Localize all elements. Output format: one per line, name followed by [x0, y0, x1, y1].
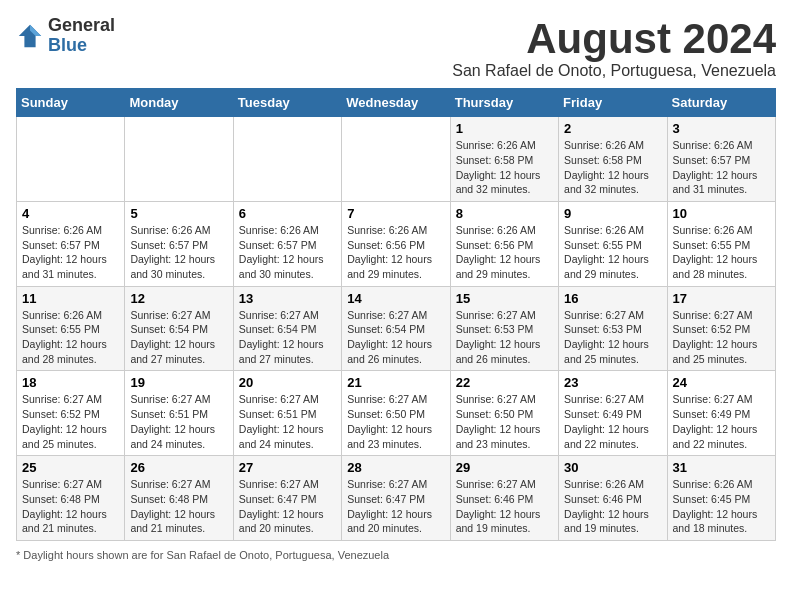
day-info: Sunrise: 6:26 AM Sunset: 6:57 PM Dayligh…: [22, 223, 119, 282]
day-number: 17: [673, 291, 770, 306]
day-number: 2: [564, 121, 661, 136]
week-row-4: 18Sunrise: 6:27 AM Sunset: 6:52 PM Dayli…: [17, 371, 776, 456]
day-cell: 30Sunrise: 6:26 AM Sunset: 6:46 PM Dayli…: [559, 456, 667, 541]
header-cell-monday: Monday: [125, 89, 233, 117]
day-cell: 16Sunrise: 6:27 AM Sunset: 6:53 PM Dayli…: [559, 286, 667, 371]
calendar-header: SundayMondayTuesdayWednesdayThursdayFrid…: [17, 89, 776, 117]
day-number: 18: [22, 375, 119, 390]
day-cell: 22Sunrise: 6:27 AM Sunset: 6:50 PM Dayli…: [450, 371, 558, 456]
day-number: 1: [456, 121, 553, 136]
day-info: Sunrise: 6:27 AM Sunset: 6:50 PM Dayligh…: [347, 392, 444, 451]
day-info: Sunrise: 6:27 AM Sunset: 6:52 PM Dayligh…: [673, 308, 770, 367]
header-cell-wednesday: Wednesday: [342, 89, 450, 117]
day-number: 25: [22, 460, 119, 475]
day-number: 19: [130, 375, 227, 390]
footer-text: Daylight hours: [23, 549, 93, 561]
day-number: 14: [347, 291, 444, 306]
week-row-3: 11Sunrise: 6:26 AM Sunset: 6:55 PM Dayli…: [17, 286, 776, 371]
day-info: Sunrise: 6:26 AM Sunset: 6:56 PM Dayligh…: [456, 223, 553, 282]
day-cell: 20Sunrise: 6:27 AM Sunset: 6:51 PM Dayli…: [233, 371, 341, 456]
day-cell: 4Sunrise: 6:26 AM Sunset: 6:57 PM Daylig…: [17, 201, 125, 286]
day-cell: 9Sunrise: 6:26 AM Sunset: 6:55 PM Daylig…: [559, 201, 667, 286]
day-info: Sunrise: 6:27 AM Sunset: 6:54 PM Dayligh…: [347, 308, 444, 367]
day-number: 7: [347, 206, 444, 221]
day-number: 16: [564, 291, 661, 306]
day-cell: [125, 117, 233, 202]
calendar-table: SundayMondayTuesdayWednesdayThursdayFrid…: [16, 88, 776, 541]
logo-text: General Blue: [48, 16, 115, 56]
day-cell: 12Sunrise: 6:27 AM Sunset: 6:54 PM Dayli…: [125, 286, 233, 371]
logo-blue: Blue: [48, 36, 115, 56]
day-number: 22: [456, 375, 553, 390]
day-info: Sunrise: 6:27 AM Sunset: 6:48 PM Dayligh…: [130, 477, 227, 536]
header-row: SundayMondayTuesdayWednesdayThursdayFrid…: [17, 89, 776, 117]
day-number: 9: [564, 206, 661, 221]
day-cell: [17, 117, 125, 202]
day-cell: 19Sunrise: 6:27 AM Sunset: 6:51 PM Dayli…: [125, 371, 233, 456]
subtitle: San Rafael de Onoto, Portuguesa, Venezue…: [452, 62, 776, 80]
day-info: Sunrise: 6:26 AM Sunset: 6:57 PM Dayligh…: [130, 223, 227, 282]
day-cell: 3Sunrise: 6:26 AM Sunset: 6:57 PM Daylig…: [667, 117, 775, 202]
day-info: Sunrise: 6:26 AM Sunset: 6:55 PM Dayligh…: [564, 223, 661, 282]
day-number: 29: [456, 460, 553, 475]
logo-general: General: [48, 16, 115, 36]
day-number: 28: [347, 460, 444, 475]
header-cell-saturday: Saturday: [667, 89, 775, 117]
calendar-body: 1Sunrise: 6:26 AM Sunset: 6:58 PM Daylig…: [17, 117, 776, 541]
day-info: Sunrise: 6:27 AM Sunset: 6:48 PM Dayligh…: [22, 477, 119, 536]
day-cell: 11Sunrise: 6:26 AM Sunset: 6:55 PM Dayli…: [17, 286, 125, 371]
day-number: 10: [673, 206, 770, 221]
day-cell: 14Sunrise: 6:27 AM Sunset: 6:54 PM Dayli…: [342, 286, 450, 371]
day-info: Sunrise: 6:27 AM Sunset: 6:52 PM Dayligh…: [22, 392, 119, 451]
day-info: Sunrise: 6:27 AM Sunset: 6:50 PM Dayligh…: [456, 392, 553, 451]
day-info: Sunrise: 6:27 AM Sunset: 6:53 PM Dayligh…: [564, 308, 661, 367]
day-cell: 25Sunrise: 6:27 AM Sunset: 6:48 PM Dayli…: [17, 456, 125, 541]
day-number: 13: [239, 291, 336, 306]
day-info: Sunrise: 6:27 AM Sunset: 6:51 PM Dayligh…: [239, 392, 336, 451]
day-cell: 13Sunrise: 6:27 AM Sunset: 6:54 PM Dayli…: [233, 286, 341, 371]
week-row-1: 1Sunrise: 6:26 AM Sunset: 6:58 PM Daylig…: [17, 117, 776, 202]
day-number: 5: [130, 206, 227, 221]
day-cell: 29Sunrise: 6:27 AM Sunset: 6:46 PM Dayli…: [450, 456, 558, 541]
header: General Blue August 2024 San Rafael de O…: [16, 16, 776, 80]
day-cell: 15Sunrise: 6:27 AM Sunset: 6:53 PM Dayli…: [450, 286, 558, 371]
day-number: 23: [564, 375, 661, 390]
logo-icon: [16, 22, 44, 50]
day-info: Sunrise: 6:27 AM Sunset: 6:53 PM Dayligh…: [456, 308, 553, 367]
day-cell: [233, 117, 341, 202]
day-info: Sunrise: 6:27 AM Sunset: 6:51 PM Dayligh…: [130, 392, 227, 451]
day-number: 31: [673, 460, 770, 475]
day-info: Sunrise: 6:27 AM Sunset: 6:47 PM Dayligh…: [347, 477, 444, 536]
day-info: Sunrise: 6:27 AM Sunset: 6:47 PM Dayligh…: [239, 477, 336, 536]
day-cell: 17Sunrise: 6:27 AM Sunset: 6:52 PM Dayli…: [667, 286, 775, 371]
footer-subtitle: San Rafael de Onoto, Portuguesa, Venezue…: [166, 549, 389, 561]
day-info: Sunrise: 6:27 AM Sunset: 6:49 PM Dayligh…: [564, 392, 661, 451]
day-info: Sunrise: 6:27 AM Sunset: 6:49 PM Dayligh…: [673, 392, 770, 451]
header-cell-friday: Friday: [559, 89, 667, 117]
day-number: 8: [456, 206, 553, 221]
day-cell: 24Sunrise: 6:27 AM Sunset: 6:49 PM Dayli…: [667, 371, 775, 456]
day-number: 26: [130, 460, 227, 475]
day-cell: 1Sunrise: 6:26 AM Sunset: 6:58 PM Daylig…: [450, 117, 558, 202]
day-number: 20: [239, 375, 336, 390]
day-cell: [342, 117, 450, 202]
day-info: Sunrise: 6:27 AM Sunset: 6:54 PM Dayligh…: [130, 308, 227, 367]
day-cell: 28Sunrise: 6:27 AM Sunset: 6:47 PM Dayli…: [342, 456, 450, 541]
header-cell-tuesday: Tuesday: [233, 89, 341, 117]
title-area: August 2024 San Rafael de Onoto, Portugu…: [452, 16, 776, 80]
day-info: Sunrise: 6:26 AM Sunset: 6:46 PM Dayligh…: [564, 477, 661, 536]
day-info: Sunrise: 6:26 AM Sunset: 6:57 PM Dayligh…: [239, 223, 336, 282]
day-number: 24: [673, 375, 770, 390]
day-number: 12: [130, 291, 227, 306]
header-cell-thursday: Thursday: [450, 89, 558, 117]
day-number: 3: [673, 121, 770, 136]
day-cell: 18Sunrise: 6:27 AM Sunset: 6:52 PM Dayli…: [17, 371, 125, 456]
day-number: 15: [456, 291, 553, 306]
day-info: Sunrise: 6:26 AM Sunset: 6:55 PM Dayligh…: [673, 223, 770, 282]
day-number: 11: [22, 291, 119, 306]
logo: General Blue: [16, 16, 115, 56]
day-info: Sunrise: 6:26 AM Sunset: 6:55 PM Dayligh…: [22, 308, 119, 367]
footer-note: * Daylight hours shown are for San Rafae…: [16, 549, 776, 561]
day-number: 27: [239, 460, 336, 475]
main-title: August 2024: [452, 16, 776, 62]
